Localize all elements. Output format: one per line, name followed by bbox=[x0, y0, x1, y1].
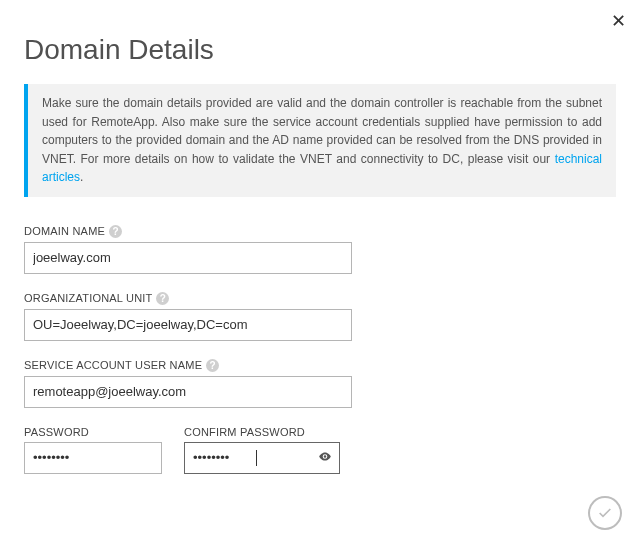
text-caret bbox=[256, 450, 257, 466]
info-banner: Make sure the domain details provided ar… bbox=[24, 84, 616, 197]
service-account-input[interactable] bbox=[24, 376, 352, 408]
domain-name-label: DOMAIN NAME bbox=[24, 225, 105, 237]
reveal-password-icon[interactable] bbox=[318, 449, 332, 466]
page-title: Domain Details bbox=[24, 34, 616, 66]
ou-label: ORGANIZATIONAL UNIT bbox=[24, 292, 152, 304]
field-confirm-password: CONFIRM PASSWORD bbox=[184, 426, 340, 474]
field-ou: ORGANIZATIONAL UNIT ? bbox=[24, 292, 616, 341]
info-text-tail: . bbox=[80, 170, 83, 184]
ou-input[interactable] bbox=[24, 309, 352, 341]
ok-button[interactable] bbox=[588, 496, 622, 530]
password-row: PASSWORD CONFIRM PASSWORD bbox=[24, 426, 616, 492]
help-icon[interactable]: ? bbox=[206, 359, 219, 372]
field-password: PASSWORD bbox=[24, 426, 162, 474]
help-icon[interactable]: ? bbox=[156, 292, 169, 305]
close-icon[interactable]: ✕ bbox=[611, 10, 626, 32]
help-icon[interactable]: ? bbox=[109, 225, 122, 238]
password-label: PASSWORD bbox=[24, 426, 89, 438]
confirm-password-label: CONFIRM PASSWORD bbox=[184, 426, 305, 438]
check-icon bbox=[597, 505, 613, 521]
domain-form: DOMAIN NAME ? ORGANIZATIONAL UNIT ? SERV… bbox=[24, 225, 616, 492]
info-text: Make sure the domain details provided ar… bbox=[42, 96, 602, 166]
field-service-account: SERVICE ACCOUNT USER NAME ? bbox=[24, 359, 616, 408]
password-input[interactable] bbox=[24, 442, 162, 474]
domain-name-input[interactable] bbox=[24, 242, 352, 274]
confirm-password-input[interactable] bbox=[184, 442, 340, 474]
dialog: Domain Details Make sure the domain deta… bbox=[0, 0, 640, 492]
field-domain-name: DOMAIN NAME ? bbox=[24, 225, 616, 274]
service-account-label: SERVICE ACCOUNT USER NAME bbox=[24, 359, 202, 371]
